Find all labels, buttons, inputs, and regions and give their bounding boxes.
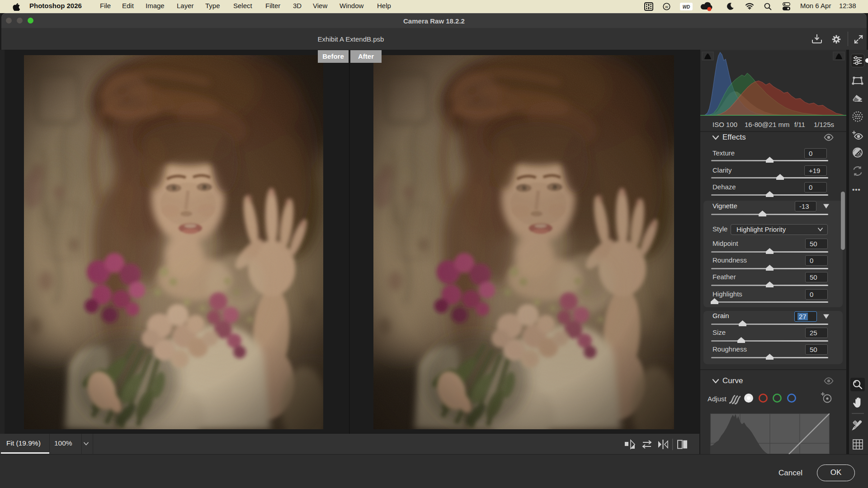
svg-text:w: w	[665, 5, 668, 9]
svg-text:WD: WD	[683, 5, 690, 9]
